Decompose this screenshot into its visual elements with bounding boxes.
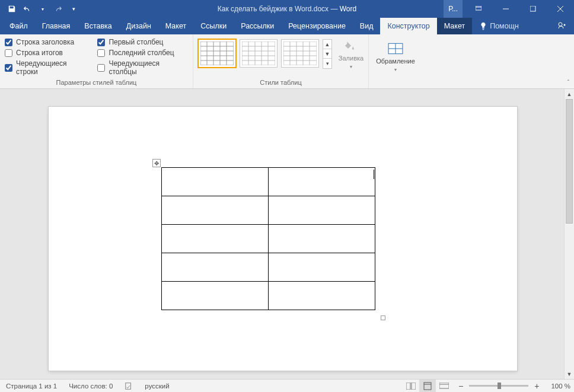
lightbulb-icon <box>479 22 487 30</box>
svg-rect-17 <box>242 42 275 65</box>
zoom-out-button[interactable]: − <box>456 381 465 391</box>
table-cell[interactable] <box>269 196 375 225</box>
table-cell[interactable] <box>269 168 375 196</box>
check-banded-rows[interactable]: Чередующиеся строки <box>5 59 89 76</box>
table-style-thumb-1[interactable] <box>198 39 236 68</box>
collapse-ribbon-button[interactable]: ˆ <box>567 79 569 86</box>
svg-rect-3 <box>530 6 535 11</box>
ribbon: Строка заголовка Строка итогов Чередующи… <box>0 34 574 89</box>
table-row[interactable] <box>162 196 375 225</box>
group-label-table-styles: Стили таблиц <box>193 78 368 88</box>
tab-view[interactable]: Вид <box>353 18 381 34</box>
page[interactable]: ✥ <box>49 107 517 371</box>
gallery-down-button[interactable]: ▼ <box>323 49 331 59</box>
tab-table-layout[interactable]: Макет <box>437 18 472 34</box>
tab-review[interactable]: Рецензирование <box>281 18 353 34</box>
tab-layout[interactable]: Макет <box>158 18 193 34</box>
tab-file[interactable]: Файл <box>2 18 35 34</box>
group-table-style-options: Строка заголовка Строка итогов Чередующи… <box>0 34 193 88</box>
status-language[interactable]: русский <box>139 380 175 392</box>
tell-me-search[interactable]: Помощн <box>472 18 526 34</box>
svg-rect-38 <box>126 383 131 389</box>
table-move-handle[interactable]: ✥ <box>152 159 161 167</box>
table-cell[interactable] <box>269 225 375 253</box>
share-button[interactable] <box>550 18 574 34</box>
maximize-button[interactable] <box>519 0 547 18</box>
ribbon-display-options[interactable] <box>465 0 492 18</box>
web-layout-icon <box>439 383 449 390</box>
minimize-button[interactable] <box>492 0 519 18</box>
tab-references[interactable]: Ссылки <box>193 18 234 34</box>
scroll-thumb[interactable] <box>566 99 573 224</box>
table-cell[interactable] <box>162 253 269 282</box>
chevron-down-icon: ▾ <box>350 64 352 69</box>
check-banded-columns[interactable]: Чередующиеся столбцы <box>97 59 188 76</box>
view-web-layout[interactable] <box>436 380 452 393</box>
svg-rect-39 <box>406 383 410 390</box>
quick-access-toolbar: ▾ ▾ <box>0 2 81 16</box>
account-button[interactable]: Р... <box>444 0 463 18</box>
svg-point-6 <box>559 23 562 26</box>
check-first-column[interactable]: Первый столбец <box>97 38 188 46</box>
share-icon <box>557 21 567 31</box>
table-cell[interactable] <box>269 253 375 282</box>
document-title: Как сделать бейджик в Word.docx <box>218 5 329 13</box>
grid-preview-icon <box>283 42 317 65</box>
svg-rect-41 <box>424 383 431 390</box>
scroll-up-button[interactable]: ▲ <box>565 89 574 99</box>
vertical-scrollbar[interactable]: ▲ ▼ <box>564 89 574 379</box>
gallery-more-button[interactable]: ▾ <box>323 59 331 68</box>
customize-qat-button[interactable]: ▾ <box>66 2 81 16</box>
tab-table-design[interactable]: Конструктор <box>380 18 436 34</box>
chevron-down-icon: ▾ <box>394 67 397 72</box>
paint-bucket-icon <box>343 39 359 52</box>
view-read-mode[interactable] <box>403 380 419 393</box>
table-row[interactable] <box>162 225 375 253</box>
table-cell[interactable] <box>269 282 375 310</box>
table-cell[interactable] <box>162 196 269 225</box>
status-proofing[interactable] <box>119 380 139 392</box>
shading-button[interactable]: Заливка ▾ <box>336 39 366 69</box>
close-button[interactable] <box>547 0 574 18</box>
zoom-slider-thumb[interactable] <box>498 383 501 389</box>
table-cell[interactable] <box>162 282 269 310</box>
svg-rect-43 <box>439 383 449 388</box>
redo-button[interactable] <box>51 2 65 16</box>
table-row[interactable] <box>162 282 375 310</box>
document-area: ✥ ▲ ▼ <box>0 89 574 379</box>
tab-home[interactable]: Главная <box>35 18 78 34</box>
table-style-thumb-2[interactable] <box>240 39 278 68</box>
scroll-down-button[interactable]: ▼ <box>565 369 574 379</box>
table-row[interactable] <box>162 253 375 282</box>
zoom-in-button[interactable]: + <box>532 381 541 391</box>
undo-button[interactable] <box>20 2 34 16</box>
group-label-style-options: Параметры стилей таблиц <box>0 78 193 88</box>
check-last-column[interactable]: Последний столбец <box>97 49 188 57</box>
tab-design[interactable]: Дизайн <box>119 18 158 34</box>
save-icon <box>8 5 16 13</box>
table-resize-handle[interactable] <box>381 315 385 320</box>
check-header-row[interactable]: Строка заголовка <box>5 38 89 46</box>
table-row[interactable] <box>162 168 375 196</box>
gallery-up-button[interactable]: ▲ <box>323 40 331 49</box>
window-title: Как сделать бейджик в Word.docx — Word <box>218 5 356 13</box>
status-page[interactable]: Страница 1 из 1 <box>0 380 63 392</box>
status-word-count[interactable]: Число слов: 0 <box>63 380 119 392</box>
minimize-icon <box>503 6 509 12</box>
table-style-thumb-3[interactable] <box>281 39 319 68</box>
view-print-layout[interactable] <box>419 380 436 393</box>
table-cell[interactable] <box>162 168 269 196</box>
tab-insert[interactable]: Вставка <box>77 18 119 34</box>
print-layout-icon <box>423 382 432 390</box>
table-cell[interactable] <box>162 225 269 253</box>
zoom-slider-track[interactable] <box>469 385 528 387</box>
save-button[interactable] <box>5 2 19 16</box>
check-total-row[interactable]: Строка итогов <box>5 49 89 57</box>
tab-mailings[interactable]: Рассылки <box>234 18 281 34</box>
zoom-level[interactable]: 100 % <box>545 380 574 392</box>
document-table[interactable] <box>161 167 375 310</box>
svg-rect-40 <box>412 383 416 390</box>
borders-button[interactable]: Обрамление ▾ <box>374 37 417 78</box>
read-mode-icon <box>406 383 416 390</box>
undo-dropdown[interactable]: ▾ <box>36 2 50 16</box>
